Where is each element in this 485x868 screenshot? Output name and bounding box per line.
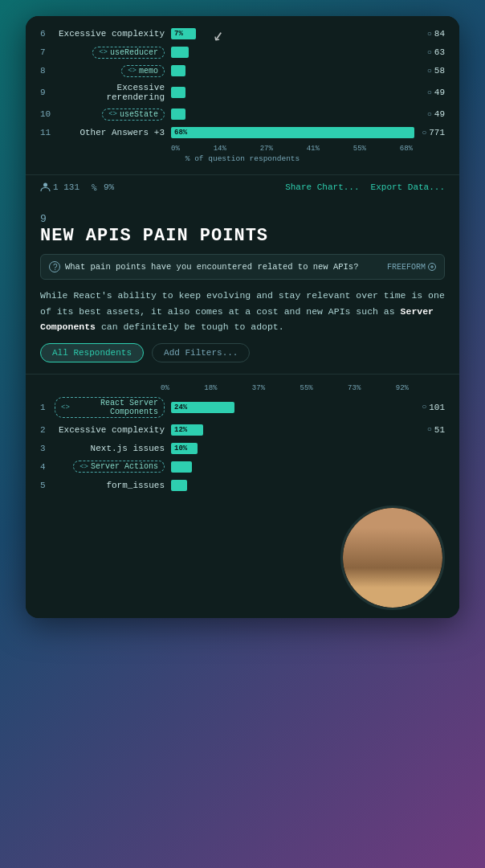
question-circle-icon: ? [49, 261, 60, 272]
bar-area [171, 461, 414, 473]
row-count: ○ 58 [414, 66, 445, 76]
share-chart-button[interactable]: Share Chart... [285, 182, 359, 192]
comment-icon: ○ [422, 129, 426, 137]
row-label: <> memo [55, 65, 171, 77]
row-number: 10 [40, 109, 55, 119]
table-row: 6Excessive complexity7%○ 84 [40, 27, 445, 40]
row-label: Excessive complexity [55, 29, 171, 39]
row-count: ○ 49 [414, 88, 445, 97]
section-title: NEW APIS PAIN POINTS [40, 227, 445, 246]
row-number: 4 [40, 462, 55, 472]
bar-area: 10% [171, 442, 414, 455]
question-box: ? What pain points have you encountered … [40, 254, 445, 280]
percent-icon: % [91, 182, 101, 192]
freeform-tag: FREEFORM [387, 263, 436, 272]
bottom-axis-labels: 0%18%37%55%73%92% [40, 384, 445, 392]
bar-label: 12% [171, 424, 187, 436]
axis-label: 18% [204, 384, 217, 392]
bar-area [171, 46, 414, 59]
table-row: 2Excessive complexity12%○ 51 [40, 424, 445, 436]
row-label: Next.js issues [55, 444, 171, 453]
filter-row[interactable]: All Respondents Add Filters... [26, 343, 459, 375]
main-card: 6Excessive complexity7%○ 847<> useReduce… [26, 16, 459, 618]
stats-right[interactable]: Share Chart... Export Data... [285, 182, 445, 192]
row-number: 6 [40, 29, 55, 39]
top-axis-labels: 0%14%27%41%55%68% [40, 145, 445, 153]
stats-left: 1 131 % 9% [40, 182, 114, 192]
bar [171, 461, 192, 473]
person-icon [40, 182, 51, 192]
top-axis-title: % of question respondents [40, 154, 445, 163]
table-row: 10<> useState○ 49 [40, 108, 445, 121]
row-number: 1 [40, 403, 55, 412]
row-number: 9 [40, 88, 55, 97]
bar-area [171, 479, 414, 492]
row-count: ○ 49 [414, 109, 445, 119]
bar-area [171, 86, 414, 99]
bar-label: 7% [171, 28, 183, 39]
row-label: <> useState [55, 108, 171, 121]
svg-text:?: ? [53, 263, 58, 272]
comment-icon: ○ [427, 67, 432, 76]
axis-label: 92% [396, 384, 409, 392]
bar: 68% [171, 127, 414, 138]
comment-icon: ○ [427, 48, 432, 57]
axis-label: 55% [300, 384, 312, 392]
axis-label: 55% [353, 145, 366, 153]
bar [171, 47, 189, 58]
bar [171, 108, 185, 120]
comment-icon: ○ [427, 425, 432, 434]
row-count: ○ 51 [414, 425, 445, 435]
row-number: 2 [40, 425, 55, 435]
comment-icon: ○ [427, 110, 432, 119]
bar: 24% [171, 402, 234, 413]
bar: 10% [171, 443, 198, 454]
row-label: form_issues [55, 481, 171, 490]
row-number: 7 [40, 47, 55, 57]
bar-label: 10% [171, 443, 187, 454]
table-row: 8<> memo○ 58 [40, 64, 445, 77]
row-label: <> Server Actions [55, 461, 171, 473]
webcam [340, 506, 445, 610]
bar [171, 65, 185, 76]
percent-stat: % 9% [91, 182, 114, 192]
section-number: 9 [40, 213, 445, 225]
table-row: 5form_issues [40, 479, 445, 492]
table-row: 11Other Answers +368%○ 771 [40, 126, 445, 139]
bottom-chart-section: 0%18%37%55%73%92% 1<> React Server Compo… [26, 375, 459, 492]
axis-label: 73% [348, 384, 361, 392]
respondent-count: 1 131 [40, 182, 79, 192]
axis-label: 68% [400, 145, 413, 153]
section-header: 9 NEW APIS PAIN POINTS [26, 199, 459, 254]
axis-label: 41% [307, 145, 320, 153]
comment-icon: ○ [427, 88, 432, 97]
bar [171, 480, 187, 491]
axis-label: 37% [252, 384, 265, 392]
row-number: 3 [40, 444, 55, 453]
comment-icon: ○ [422, 403, 426, 411]
stats-row: 1 131 % 9% Share Chart... Export Data... [26, 174, 459, 199]
export-data-button[interactable]: Export Data... [371, 182, 445, 192]
all-respondents-filter[interactable]: All Respondents [40, 343, 144, 362]
freeform-icon [428, 263, 436, 271]
bar-area: 12% [171, 424, 414, 436]
bar-area [171, 108, 414, 121]
axis-label: 27% [260, 145, 273, 153]
add-filters-button[interactable]: Add Filters... [152, 343, 250, 362]
table-row: 1<> React Server Components24%○ 101 [40, 397, 445, 418]
axis-label: 14% [214, 145, 226, 153]
question-text: ? What pain points have you encountered … [49, 261, 358, 272]
top-chart-section: 6Excessive complexity7%○ 847<> useReduce… [26, 16, 459, 174]
bar-label: 24% [171, 402, 187, 413]
comment-icon: ○ [427, 30, 432, 39]
bar: 7% [171, 28, 196, 39]
row-number: 11 [40, 128, 55, 137]
row-count: ○ 101 [414, 403, 445, 412]
row-count: ○ 63 [414, 47, 445, 57]
axis-label: 0% [161, 384, 169, 392]
bar-area [171, 64, 414, 77]
table-row: 4<> Server Actions [40, 461, 445, 473]
bar-area: 7% [171, 27, 414, 40]
table-row: 3Next.js issues10% [40, 442, 445, 455]
row-label: Excessive complexity [55, 425, 171, 435]
